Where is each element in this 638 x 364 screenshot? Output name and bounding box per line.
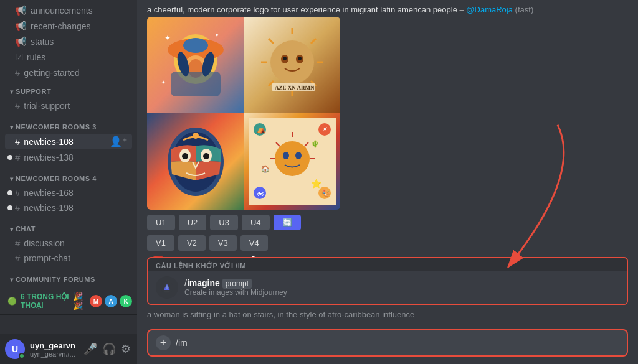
svg-rect-5	[171, 72, 221, 96]
command-details: /imagine prompt Create images with Midjo…	[184, 278, 619, 297]
image-bottom-right: ⛺ ☀ 🏍 🎨 ⭐ 🏠 🌵	[244, 113, 340, 210]
svg-point-42	[295, 152, 302, 159]
svg-text:🏍: 🏍	[257, 189, 264, 197]
svg-point-35	[275, 141, 310, 176]
hash-icon-n168: #	[15, 187, 20, 198]
user-info: uyn_gearvn uyn_gearvn#...	[30, 341, 77, 358]
input-box: +	[147, 329, 628, 357]
online-avatar-2: A	[105, 295, 117, 307]
image-grid: ✦ ✦ ✦	[147, 17, 340, 210]
svg-line-13	[311, 39, 316, 44]
settings-icon[interactable]: ⚙	[120, 341, 132, 357]
section-chat-header[interactable]: CHAT	[0, 223, 137, 235]
image-top-left: ✦ ✦ ✦	[147, 17, 244, 113]
username: uyn_gearvn	[30, 341, 77, 350]
online-avatars: M A K	[90, 295, 132, 307]
channel-announcements[interactable]: 📢 announcements	[5, 3, 132, 18]
online-emojis: 🎉🎉	[73, 292, 86, 310]
user-discriminator: uyn_gearvn#...	[30, 350, 77, 358]
online-avatar-3: K	[120, 295, 132, 307]
svg-text:⭐: ⭐	[311, 179, 322, 189]
section-newcomer3-header[interactable]: NEWCOMER ROOMS 3	[0, 121, 137, 133]
channel-newbies-168[interactable]: # newbies-168	[5, 185, 132, 200]
action-buttons-row1: U1 U2 U3 U4 🔄	[147, 215, 628, 230]
command-item-imagine[interactable]: /imagine prompt Create images with Midjo…	[148, 271, 627, 304]
image-top-right: AZE XN ARMN AZE XN ARMN	[244, 17, 340, 113]
announce-icon3: 📢	[15, 36, 27, 47]
svg-point-2	[183, 38, 208, 53]
svg-text:☀: ☀	[321, 125, 328, 134]
svg-text:🌵: 🌵	[311, 139, 320, 148]
svg-text:✦: ✦	[164, 34, 171, 42]
hash-icon-disc: #	[15, 238, 20, 248]
channel-newbies-138[interactable]: # newbies-138	[5, 150, 132, 164]
hash-icon-n138: #	[15, 152, 20, 162]
main-content: a cheerful, modern corporate logo for us…	[137, 0, 638, 364]
u2-button[interactable]: U2	[179, 215, 207, 230]
section-newcomer4: NEWCOMER ROOMS 4 # newbies-168 # newbies…	[0, 167, 137, 218]
hash-icon-n108: #	[15, 136, 20, 147]
section-community-header[interactable]: COMMUNITY FORUMS	[0, 273, 137, 286]
section-newcomer4-header[interactable]: NEWCOMER ROOMS 4	[0, 172, 137, 185]
refresh-button[interactable]: 🔄	[274, 215, 301, 230]
svg-rect-55	[164, 289, 170, 290]
input-area: +	[137, 324, 638, 364]
section-newcomer3: NEWCOMER ROOMS 3 # newbies-108 👤⁺ # newb…	[0, 116, 137, 167]
channel-prompt-chat[interactable]: # prompt-chat	[5, 251, 132, 265]
channel-newbies-198[interactable]: # newbies-198	[5, 200, 132, 215]
channel-trial-support[interactable]: # trial-support	[5, 98, 132, 113]
channel-recent-changes[interactable]: 📢 recent-changes	[5, 19, 132, 34]
svg-point-41	[283, 152, 289, 159]
unread-dot3	[7, 205, 12, 210]
message-input[interactable]	[176, 338, 619, 348]
channel-discussion[interactable]: # discussion	[5, 236, 132, 250]
channel-newbies-108[interactable]: # newbies-108 👤⁺	[5, 134, 132, 149]
status-dot	[19, 353, 25, 359]
svg-point-22	[283, 57, 287, 60]
command-arg: prompt	[222, 279, 252, 289]
prompt-description: a cheerful, modern corporate logo for us…	[147, 5, 457, 14]
u1-button[interactable]: U1	[147, 215, 175, 230]
command-popup-header: CÂU LỆNH KHỚP VỚI /im	[148, 258, 627, 271]
hash-icon: #	[15, 67, 20, 78]
hash-icon-n198: #	[15, 202, 20, 213]
avatar: U	[5, 339, 25, 359]
partial-message-preview: a woman is sitting in a hat on stairs, i…	[137, 307, 638, 324]
v4-button[interactable]: V4	[240, 235, 268, 251]
attach-button[interactable]: +	[156, 335, 171, 350]
svg-text:✦: ✦	[161, 80, 166, 85]
v3-button[interactable]: V3	[209, 235, 237, 251]
svg-text:🏠: 🏠	[261, 164, 270, 173]
speed-badge: (fast)	[515, 5, 534, 14]
announce-icon: 📢	[15, 5, 27, 16]
svg-text:⛺: ⛺	[257, 124, 266, 134]
svg-point-56	[164, 291, 170, 292]
svg-point-23	[298, 57, 302, 60]
online-avatar-1: M	[90, 295, 102, 307]
section-community: COMMUNITY FORUMS	[0, 268, 137, 288]
svg-point-33	[193, 133, 199, 139]
headphone-icon[interactable]: 🎧	[101, 341, 117, 357]
image-bottom-left	[147, 113, 244, 210]
unread-dot	[7, 155, 12, 160]
online-count-icon: 🟢	[7, 297, 17, 306]
section-support-header[interactable]: SUPPORT	[0, 85, 137, 98]
prompt-header: a cheerful, modern corporate logo for us…	[147, 5, 628, 14]
hash-icon-support: #	[15, 100, 20, 111]
v2-button[interactable]: V2	[178, 235, 206, 251]
mic-icon[interactable]: 🎤	[82, 341, 98, 357]
online-members-bar: 🟢 6 TRONG HỘI THOẠI 🎉🎉 M A K	[0, 288, 137, 315]
svg-text:✦: ✦	[214, 32, 219, 39]
channel-status[interactable]: 📢 status	[5, 34, 132, 49]
channel-getting-started[interactable]: # getting-started	[5, 65, 132, 80]
channel-rules[interactable]: ☑ rules	[5, 50, 132, 65]
svg-text:🎨: 🎨	[321, 188, 331, 197]
add-member-icon[interactable]: 👤⁺	[110, 136, 127, 147]
hash-icon-prompt: #	[15, 253, 20, 263]
rules-icon: ☑	[15, 52, 23, 63]
chat-scroll-area[interactable]: a cheerful, modern corporate logo for us…	[137, 0, 638, 257]
svg-point-32	[203, 153, 209, 159]
u3-button[interactable]: U3	[210, 215, 238, 230]
v1-button[interactable]: V1	[147, 235, 174, 251]
u4-button[interactable]: U4	[242, 215, 270, 230]
